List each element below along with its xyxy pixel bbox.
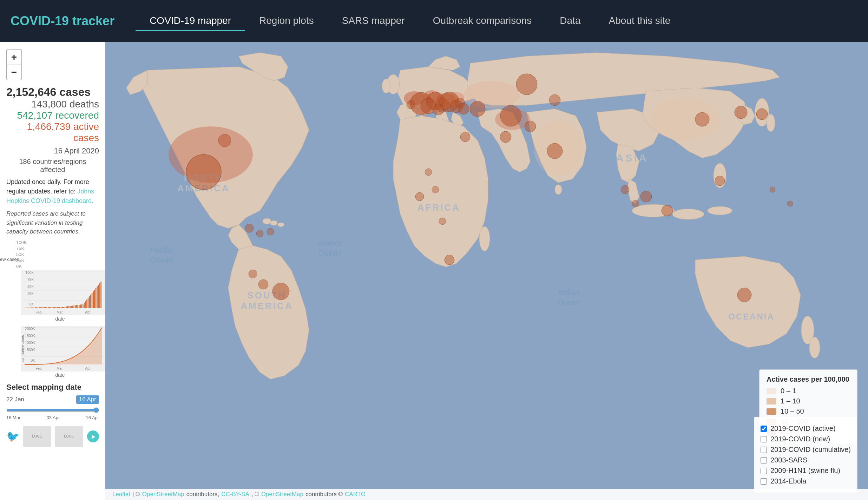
slider-title: Select mapping date [6,383,99,392]
svg-point-61 [415,192,424,201]
svg-point-6 [479,226,490,251]
cumulative-cases-chart [21,326,105,371]
svg-point-77 [249,270,257,278]
jhu-link[interactable]: Johns Hopkins COVID-19 dashboard. [6,188,94,204]
stat-active: 1,466,739 active cases [6,121,99,144]
attribution-sep2: contributors, [186,491,219,498]
checkbox-item: 2009-H1N1 (swine flu) [761,467,851,475]
svg-point-49 [735,106,747,119]
svg-point-2 [270,221,277,225]
svg-point-67 [425,169,432,176]
svg-point-79 [549,94,560,106]
stat-cases: 2,152,646 cases [6,86,99,99]
nav-item-covid-19-mapper[interactable]: COVID-19 mapper [136,12,245,31]
date-slider[interactable] [6,407,99,413]
nav-item-about-this-site[interactable]: About this site [594,12,684,31]
outbreak-checkbox[interactable] [761,426,767,432]
svg-text:Ocean: Ocean [558,298,580,307]
svg-point-9 [555,185,562,195]
svg-point-71 [632,200,639,207]
cc-by-sa-link[interactable]: CC-BY-SA [221,491,249,498]
nav-item-outbreak-comparisons[interactable]: Outbreak comparisons [419,12,546,31]
date-slider-section: Select mapping date 22 Jan 16 Apr 16 Mar… [6,383,99,420]
checkbox-label: 2019-COVID (active) [770,425,836,433]
svg-point-66 [458,103,469,114]
svg-point-65 [407,100,415,109]
svg-point-69 [439,218,446,225]
svg-point-11 [672,209,704,219]
svg-point-38 [186,154,221,190]
svg-text:Indian: Indian [558,288,579,297]
legend-item: 1 – 10 [767,397,850,405]
checkbox-item: 2019-COVID (cumulative) [761,446,851,454]
svg-point-72 [770,187,775,192]
svg-point-78 [258,279,268,289]
checkbox-label: 2009-H1N1 (swine flu) [770,467,840,475]
logos-area: 🐦 LOGO LOGO [6,424,99,447]
outbreak-checkbox[interactable] [761,457,767,463]
svg-point-47 [500,105,521,126]
svg-point-5 [382,79,390,93]
legend-swatch [767,408,776,415]
carto-link[interactable]: CARTO [345,491,366,498]
svg-point-60 [460,132,470,142]
outbreak-checkbox[interactable] [761,478,767,485]
new-cases-chart [21,270,105,315]
svg-point-15 [809,337,820,358]
svg-point-48 [695,112,709,126]
checkbox-item: 2019-COVID (active) [761,425,851,433]
legend-swatch [767,388,776,394]
svg-point-63 [662,205,673,216]
outbreak-checkbox[interactable] [761,468,767,474]
attribution-sep3: , © [251,491,259,498]
svg-point-8 [767,114,775,132]
svg-point-52 [737,288,751,302]
svg-point-74 [245,224,254,232]
zoom-out-button[interactable]: − [6,65,22,80]
svg-point-12 [708,206,732,215]
zoom-controls: + − [6,49,99,80]
checkbox-label: 2003-SARS [770,456,808,464]
stat-date: 16 April 2020 [6,146,99,156]
svg-point-70 [621,185,629,194]
institution-logo: LOGO [23,426,51,447]
legend-label: 10 – 50 [781,407,804,415]
svg-point-57 [525,121,536,132]
osm-link1[interactable]: OpenStreetMap [142,491,184,498]
svg-text:Ocean: Ocean [319,249,342,257]
legend-item: 0 – 1 [767,387,850,395]
map-attribution: Leaflet | © OpenStreetMap contributors, … [105,489,868,500]
legend-label: 1 – 10 [781,397,800,405]
slider-end-label: 16 Apr [76,395,99,404]
play-button[interactable] [87,430,99,442]
legend-title: Active cases per 100,000 [767,375,850,383]
checkbox-item: 2019-COVID (new) [761,435,851,443]
outbreak-checkbox[interactable] [761,436,767,442]
slider-ticks: 16 Mar03 Apr16 Apr [6,415,99,420]
svg-point-56 [500,131,511,143]
attribution-sep4: contributors © [305,491,343,498]
outbreak-checkbox[interactable] [761,447,767,453]
slider-tick: 03 Apr [47,415,60,420]
svg-point-76 [267,228,274,235]
main-layout: + − 2,152,646 cases 143,800 deaths 542,1… [0,42,868,500]
chart2-xlabel: date [21,372,99,378]
brand-logo[interactable]: COVID-19 tracker [11,14,114,28]
nav-item-data[interactable]: Data [546,12,594,31]
svg-point-51 [547,143,563,159]
osm-link2[interactable]: OpenStreetMap [261,491,303,498]
map-area[interactable]: NORTH AMERICA SOUTH AMERICA AFRICA ASIA … [105,42,868,500]
twitter-icon[interactable]: 🐦 [6,430,19,442]
nav-item-region-plots[interactable]: Region plots [245,12,328,31]
chart1-ylabel: new cases [0,256,19,262]
svg-point-55 [470,101,485,117]
zoom-in-button[interactable]: + [6,49,22,65]
svg-point-68 [432,186,439,193]
leaflet-link[interactable]: Leaflet [112,491,130,498]
svg-point-59 [445,255,454,265]
nav-item-sars-mapper[interactable]: SARS mapper [328,12,419,31]
slider-dates: 22 Jan 16 Apr [6,395,99,404]
svg-text:Pacific: Pacific [150,246,173,255]
svg-point-58 [516,74,537,95]
legend-swatch [767,398,776,404]
